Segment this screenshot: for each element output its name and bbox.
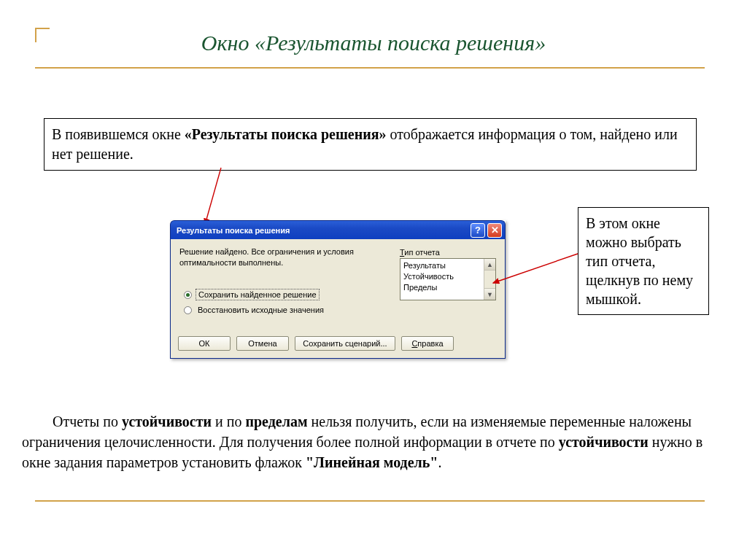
cancel-button[interactable]: Отмена	[236, 336, 289, 351]
scroll-down-button[interactable]: ▼	[484, 288, 495, 300]
svg-line-0	[205, 168, 221, 225]
radio-keep-solution[interactable]: Сохранить найденное решение	[184, 289, 326, 300]
close-icon: ✕	[491, 225, 499, 236]
list-item[interactable]: Пределы	[403, 282, 492, 293]
radio-icon	[184, 291, 192, 299]
report-type-listbox[interactable]: Результаты Устойчивость Пределы ▲ ▼	[400, 258, 496, 300]
dialog-button-row: ОК Отмена Сохранить сценарий... Справка	[178, 336, 454, 351]
intro-text-bold: «Результаты поиска решения»	[185, 126, 387, 142]
intro-text-pre: В появившемся окне	[52, 126, 185, 142]
page-title: Окно «Результаты поиска решения»	[0, 31, 747, 55]
dialog-body: Решение найдено. Все ограничения и услов…	[170, 239, 506, 359]
help-icon: ?	[475, 225, 481, 236]
chevron-down-icon: ▼	[487, 291, 493, 298]
intro-callout: В появившемся окне «Результаты поиска ре…	[44, 118, 697, 171]
listbox-scrollbar[interactable]: ▲ ▼	[484, 259, 495, 300]
body-paragraph: Отчеты по устойчивости и по пределам нел…	[22, 411, 715, 472]
report-type-group: Тип отчета Результаты Устойчивость Преде…	[400, 248, 496, 300]
help-button[interactable]: Справка	[401, 336, 454, 351]
titlebar-help-button[interactable]: ?	[471, 223, 485, 238]
report-type-label: Тип отчета	[400, 248, 496, 257]
solver-status-message: Решение найдено. Все ограничения и услов…	[179, 246, 395, 268]
radio-group: Сохранить найденное решение Восстановить…	[184, 289, 326, 319]
solver-results-dialog: Результаты поиска решения ? ✕ Решение на…	[170, 220, 506, 359]
radio-keep-label: Сохранить найденное решение	[196, 289, 320, 300]
svg-line-1	[493, 254, 578, 283]
radio-restore-values[interactable]: Восстановить исходные значения	[184, 305, 326, 315]
dialog-titlebar[interactable]: Результаты поиска решения ? ✕	[170, 220, 506, 239]
scroll-up-button[interactable]: ▲	[484, 259, 495, 271]
bottom-rule	[35, 500, 705, 502]
radio-restore-label: Восстановить исходные значения	[196, 305, 326, 315]
radio-icon	[184, 306, 192, 314]
dialog-title: Результаты поиска решения	[177, 226, 290, 235]
list-item[interactable]: Устойчивость	[403, 271, 492, 282]
title-rule	[35, 67, 705, 69]
save-scenario-button[interactable]: Сохранить сценарий...	[295, 336, 395, 351]
chevron-up-icon: ▲	[487, 261, 493, 268]
ok-button[interactable]: ОК	[178, 336, 231, 351]
side-callout: В этом окне можно выбрать тип отчета, ще…	[578, 207, 709, 315]
arrow-to-titlebar	[201, 168, 230, 228]
titlebar-close-button[interactable]: ✕	[487, 223, 502, 238]
list-item[interactable]: Результаты	[403, 260, 492, 271]
